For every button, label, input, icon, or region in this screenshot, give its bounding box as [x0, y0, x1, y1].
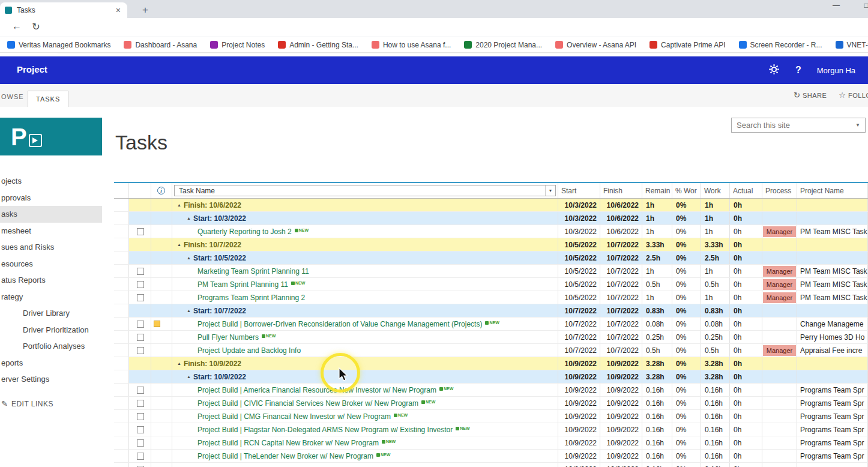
- user-name[interactable]: Morgun Ha: [817, 66, 855, 75]
- task-name-link[interactable]: Project Build | RCN Capital New Broker w…: [197, 439, 379, 447]
- task-name-link[interactable]: Project Build | America Financial Resour…: [197, 386, 436, 394]
- task-name-filter-caret-icon[interactable]: ▼: [545, 185, 555, 196]
- sidebar-item[interactable]: Portfolio Analyses: [0, 338, 107, 355]
- settings-gear-icon[interactable]: [768, 64, 780, 77]
- bookmark-item[interactable]: Dashboard - Asana: [124, 41, 197, 49]
- task-name-link[interactable]: Programs Team Sprint Planning 2: [197, 294, 305, 302]
- row-checkbox[interactable]: [137, 400, 144, 407]
- task-name-link[interactable]: PM Team Sprint Planning 11: [197, 280, 288, 289]
- suite-brand[interactable]: Project: [17, 64, 47, 74]
- task-name-link[interactable]: Marketing Team Sprint Planning 11: [197, 267, 309, 276]
- start-header[interactable]: Start: [558, 183, 600, 198]
- sidebar-item[interactable]: pprovals: [0, 190, 107, 206]
- expand-triangle-icon[interactable]: ▲: [187, 309, 191, 313]
- tab-browse[interactable]: OWSE: [1, 93, 24, 100]
- site-logo[interactable]: P: [0, 118, 102, 155]
- back-icon[interactable]: ←: [10, 21, 24, 34]
- sidebar-item[interactable]: rategy: [0, 289, 107, 306]
- task-row[interactable]: Project Build | RCN Capital New Broker w…: [114, 436, 868, 450]
- sidebar-item[interactable]: Driver Prioritization: [0, 322, 107, 339]
- task-name-link[interactable]: Project Build | TheLender New Broker w/ …: [197, 452, 373, 460]
- row-checkbox[interactable]: [137, 426, 144, 433]
- bookmark-item[interactable]: Screen Recorder - R...: [739, 41, 822, 49]
- expand-triangle-icon[interactable]: ▲: [177, 361, 181, 366]
- actual-header[interactable]: Actual: [730, 183, 762, 198]
- expand-triangle-icon[interactable]: ▲: [177, 203, 181, 207]
- expand-triangle-icon[interactable]: ▲: [187, 256, 191, 260]
- task-row[interactable]: PM Team Sprint Planning 11NEW10/5/202210…: [114, 278, 868, 291]
- sidebar-item[interactable]: esources: [0, 256, 107, 273]
- task-row[interactable]: Quarterly Reporting to Josh 2NEW10/3/202…: [114, 225, 868, 238]
- expand-triangle-icon[interactable]: ▲: [187, 216, 191, 220]
- task-name-link[interactable]: Project Build | CMG Financail New Invest…: [197, 412, 391, 421]
- tab-close-icon[interactable]: ×: [114, 5, 122, 15]
- row-checkbox[interactable]: [137, 453, 144, 460]
- header-corner-cell[interactable]: [114, 183, 129, 198]
- select-all-header-cell[interactable]: [129, 183, 151, 198]
- task-name-link[interactable]: Project Build | Borrower-Driven Reconsid…: [197, 320, 482, 328]
- row-checkbox[interactable]: [137, 321, 144, 328]
- sidebar-item[interactable]: Driver Library: [0, 305, 107, 322]
- task-name-link[interactable]: Pull Flyer Numbers: [197, 333, 259, 342]
- follow-button[interactable]: ☆ FOLLOW: [839, 91, 868, 100]
- sidebar-item[interactable]: mesheet: [0, 223, 107, 240]
- task-name-link[interactable]: Project Build | CIVIC Financial Services…: [197, 399, 418, 408]
- note-icon[interactable]: [154, 321, 160, 327]
- bookmark-item[interactable]: Project Notes: [210, 41, 265, 49]
- bookmark-item[interactable]: How to use Asana f...: [372, 41, 451, 49]
- sidebar-item[interactable]: sues and Risks: [0, 239, 107, 256]
- search-input[interactable]: Search this site ▼: [731, 118, 866, 133]
- task-row[interactable]: Project Update and Backlog Info10/7/2022…: [114, 344, 868, 357]
- row-checkbox[interactable]: [137, 413, 144, 420]
- sidebar-item[interactable]: asks: [0, 206, 102, 223]
- task-row[interactable]: Project Build | Flagstar Non-Delegated A…: [114, 423, 868, 436]
- task-name-link[interactable]: Quarterly Reporting to Josh 2: [197, 227, 292, 236]
- task-row[interactable]: 10/9/202210/9/20220.16h0%0.16h0h: [114, 463, 868, 467]
- row-checkbox[interactable]: [137, 228, 144, 235]
- process-header[interactable]: Process: [762, 183, 797, 198]
- group-row[interactable]: ▲Start: 10/3/202210/3/202210/6/20221h0%1…: [114, 212, 868, 225]
- row-checkbox[interactable]: [137, 334, 144, 341]
- expand-triangle-icon[interactable]: ▲: [187, 375, 191, 379]
- new-tab-button[interactable]: +: [138, 3, 152, 17]
- pct-work-header[interactable]: % Wor: [672, 183, 701, 198]
- window-maximize-icon[interactable]: □: [857, 1, 868, 10]
- group-row[interactable]: ▲Start: 10/9/202210/9/202210/9/20223.28h…: [114, 370, 868, 384]
- sidebar-item[interactable]: erver Settings: [0, 371, 107, 388]
- row-checkbox[interactable]: [137, 347, 144, 354]
- group-row[interactable]: ▲Start: 10/7/202210/7/202210/7/20220.83h…: [114, 304, 868, 318]
- help-icon[interactable]: ?: [795, 65, 801, 76]
- task-row[interactable]: Pull Flyer NumbersNEW10/7/202210/7/20220…: [114, 331, 868, 344]
- task-row[interactable]: Programs Team Sprint Planning 210/5/2022…: [114, 291, 868, 304]
- row-checkbox[interactable]: [137, 439, 144, 447]
- window-minimize-icon[interactable]: —: [827, 1, 845, 10]
- remaining-header[interactable]: Remain: [642, 183, 672, 198]
- task-row[interactable]: Project Build | Borrower-Driven Reconsid…: [114, 318, 868, 331]
- indicator-header-cell[interactable]: i: [151, 183, 172, 198]
- group-row[interactable]: ▲Finish: 10/9/202210/9/202210/9/20223.28…: [114, 357, 868, 370]
- sidebar-item[interactable]: atus Reports: [0, 272, 107, 289]
- sidebar-item[interactable]: eports: [0, 355, 107, 372]
- tab-tasks[interactable]: TASKS: [28, 91, 68, 107]
- bookmark-item[interactable]: 2020 Project Mana...: [464, 41, 542, 49]
- bookmark-item[interactable]: Overview - Asana API: [555, 41, 636, 49]
- sidebar-item[interactable]: ojects: [0, 173, 107, 190]
- row-checkbox[interactable]: [137, 281, 144, 288]
- task-row[interactable]: Project Build | CMG Financail New Invest…: [114, 410, 868, 423]
- task-name-link[interactable]: Project Build | Flagstar Non-Delegated A…: [197, 426, 453, 434]
- search-caret-icon[interactable]: ▼: [855, 122, 860, 128]
- edit-links-button[interactable]: ✎ EDIT LINKS: [1, 399, 53, 408]
- task-row[interactable]: Project Build | America Financial Resour…: [114, 384, 868, 397]
- work-header[interactable]: Work: [701, 183, 730, 198]
- bookmark-item[interactable]: VNET-working: [836, 41, 868, 49]
- reload-icon[interactable]: ↻: [29, 21, 43, 34]
- share-button[interactable]: ↻ SHARE: [794, 91, 827, 100]
- task-name-header[interactable]: Task Name ▼: [172, 183, 558, 198]
- browser-tab[interactable]: Tasks ×: [0, 2, 127, 18]
- task-row[interactable]: Project Build | CIVIC Financial Services…: [114, 397, 868, 410]
- group-row[interactable]: ▲Finish: 10/6/202210/3/202210/6/20221h0%…: [114, 199, 868, 212]
- group-row[interactable]: ▲Finish: 10/7/202210/5/202210/7/20223.33…: [114, 238, 868, 252]
- task-name-header-box[interactable]: Task Name ▼: [174, 185, 556, 196]
- row-checkbox[interactable]: [137, 387, 144, 394]
- bookmark-item[interactable]: Admin - Getting Sta...: [278, 41, 358, 49]
